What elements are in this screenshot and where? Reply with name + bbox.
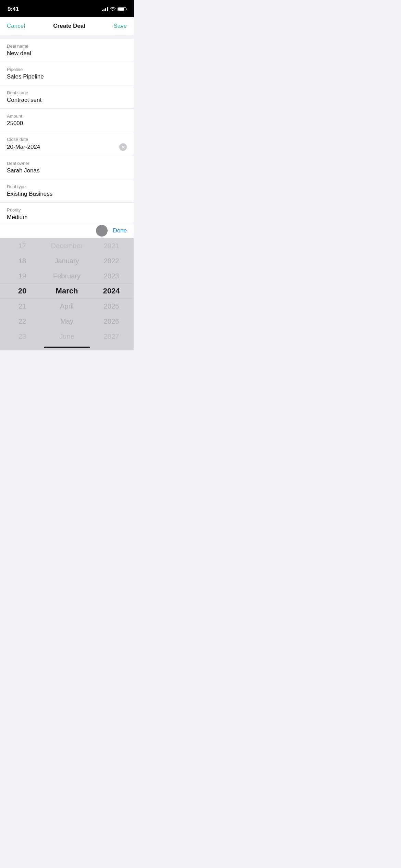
year-item-2027: 2027	[89, 329, 134, 344]
amount-field[interactable]: Amount 25000	[0, 109, 134, 132]
month-item-may: May	[45, 314, 89, 329]
close-date-field[interactable]: Close date 20-Mar-2024 ✕	[0, 132, 134, 156]
deal-owner-label: Deal owner	[7, 161, 127, 166]
amount-label: Amount	[7, 113, 127, 119]
picker-columns: 17 18 19 20 21 22 23 December January Fe…	[0, 238, 134, 344]
month-item-february: February	[45, 268, 89, 284]
signal-icon	[102, 7, 108, 11]
deal-name-value: New deal	[7, 50, 127, 57]
cancel-button[interactable]: Cancel	[7, 23, 25, 29]
day-item-18: 18	[0, 253, 45, 268]
year-item-2023: 2023	[89, 268, 134, 284]
close-date-value: 20-Mar-2024	[7, 144, 40, 150]
month-item-march: March	[45, 284, 89, 299]
day-item-21: 21	[0, 299, 45, 314]
clear-close-date-button[interactable]: ✕	[119, 143, 127, 151]
status-time: 9:41	[8, 6, 19, 13]
year-item-2026: 2026	[89, 314, 134, 329]
month-item-january: January	[45, 253, 89, 268]
deal-type-label: Deal type	[7, 184, 127, 189]
year-item-2022: 2022	[89, 253, 134, 268]
wifi-icon	[110, 7, 116, 12]
home-indicator	[0, 344, 134, 350]
status-bar: 9:41	[0, 0, 134, 17]
day-column[interactable]: 17 18 19 20 21 22 23	[0, 238, 45, 344]
day-item-20: 20	[0, 284, 45, 299]
day-item-22: 22	[0, 314, 45, 329]
done-circle-decoration	[96, 225, 108, 237]
deal-stage-field[interactable]: Deal stage Contract sent	[0, 85, 134, 109]
pipeline-value: Sales Pipeline	[7, 73, 127, 80]
day-item-19: 19	[0, 268, 45, 284]
day-item-17: 17	[0, 238, 45, 253]
form-section: Deal name New deal Pipeline Sales Pipeli…	[0, 39, 134, 223]
date-picker[interactable]: 17 18 19 20 21 22 23 December January Fe…	[0, 238, 134, 344]
year-item-2024: 2024	[89, 284, 134, 299]
month-item-april: April	[45, 299, 89, 314]
close-icon: ✕	[121, 145, 125, 149]
priority-value: Medium	[7, 214, 127, 220]
year-column[interactable]: 2021 2022 2023 2024 2025 2026 2027	[89, 238, 134, 344]
deal-stage-label: Deal stage	[7, 90, 127, 95]
done-button[interactable]: Done	[113, 227, 127, 234]
deal-owner-field[interactable]: Deal owner Sarah Jonas	[0, 156, 134, 179]
status-icons	[102, 7, 126, 12]
section-divider	[0, 35, 134, 39]
deal-type-value: Existing Business	[7, 191, 127, 197]
save-button[interactable]: Save	[113, 23, 127, 29]
deal-name-field[interactable]: Deal name New deal	[0, 39, 134, 62]
battery-icon	[118, 7, 126, 11]
page-title: Create Deal	[53, 23, 85, 29]
deal-name-label: Deal name	[7, 44, 127, 49]
done-bar: Done	[0, 223, 134, 238]
day-item-23: 23	[0, 329, 45, 344]
deal-type-field[interactable]: Deal type Existing Business	[0, 179, 134, 203]
deal-stage-value: Contract sent	[7, 97, 127, 104]
priority-label: Priority	[7, 207, 127, 213]
priority-field[interactable]: Priority Medium	[0, 203, 134, 223]
year-item-2025: 2025	[89, 299, 134, 314]
home-bar	[44, 347, 90, 348]
month-column[interactable]: December January February March April Ma…	[45, 238, 89, 344]
pipeline-field[interactable]: Pipeline Sales Pipeline	[0, 62, 134, 85]
close-date-row: 20-Mar-2024 ✕	[7, 143, 127, 151]
nav-header: Cancel Create Deal Save	[0, 17, 134, 35]
month-item-december: December	[45, 238, 89, 253]
deal-owner-value: Sarah Jonas	[7, 167, 127, 174]
pipeline-label: Pipeline	[7, 67, 127, 72]
year-item-2021: 2021	[89, 238, 134, 253]
amount-value: 25000	[7, 120, 127, 127]
month-item-june: June	[45, 329, 89, 344]
close-date-label: Close date	[7, 137, 127, 142]
